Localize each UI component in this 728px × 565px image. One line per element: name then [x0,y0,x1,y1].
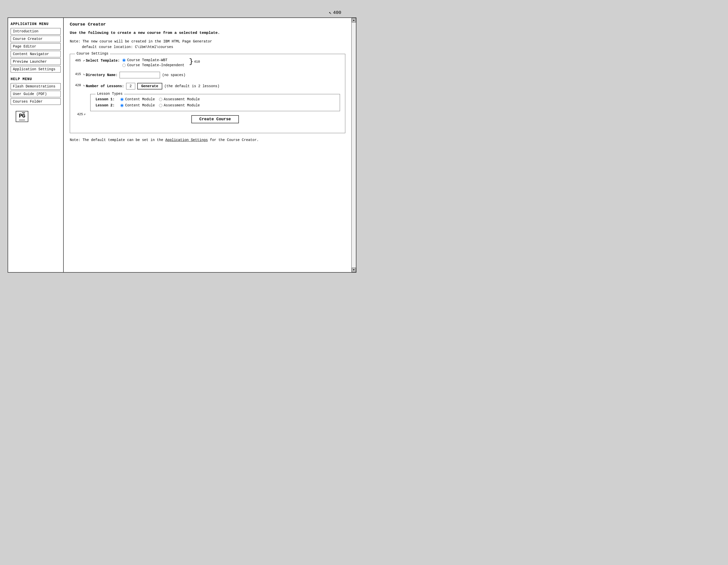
sidebar-item-content-navigator[interactable]: Content Navigator [11,51,61,57]
arrow-icon: ↗ [329,10,332,15]
create-course-row: Create Course [90,115,340,123]
course-settings-legend: Course Settings [75,52,110,56]
ref-410: 410 [194,60,200,64]
sidebar-item-course-creator[interactable]: Course Creator [11,36,61,42]
ref-415: 415 ↘ [75,72,85,76]
directory-section: Directory Name: (no spaces) [86,72,185,78]
radio-wbt[interactable] [122,59,126,62]
sidebar-item-application-settings[interactable]: Application Settings [11,66,61,73]
radio-lesson2-content[interactable] [120,104,124,107]
sidebar-item-user-guide[interactable]: User Guide (PDF) [11,91,61,97]
lesson-1-assessment-label: Assessment Module [164,97,200,101]
lesson-2-content-option[interactable]: Content Module [120,103,155,107]
page-generator-icon: PG [16,111,28,122]
lesson-1-content-option[interactable]: Content Module [120,97,155,101]
lessons-number-row: 420 ↘ Number of Lessons: Generate (the d… [75,83,340,90]
radio-lesson1-assessment[interactable] [159,98,162,101]
lessons-label: Number of Lessons: [86,84,124,88]
scroll-track [352,23,356,268]
app-menu-title: APPLICATION MENU [11,22,61,26]
lesson-2-name: Lesson 2: [96,103,118,107]
lesson-1-row: Lesson 1: Content Module Assessment Modu… [96,97,335,101]
ref-410-container: } 410 [189,58,200,65]
note1-indent: default course location: C\ibm\html\cour… [82,45,173,49]
template-independent-label: Course Template–Independent [127,63,185,67]
bottom-note-prefix: Note: [70,138,80,142]
lesson-1-assessment-option[interactable]: Assessment Module [159,97,200,101]
sidebar: APPLICATION MENU Introduction Course Cre… [8,18,64,272]
scrollbar: ▲ ▼ [351,18,356,272]
lesson-2-assessment-option[interactable]: Assessment Module [159,103,200,107]
lesson-1-name: Lesson 1: [96,97,118,101]
radio-independent[interactable] [122,64,126,67]
lessons-section: Number of Lessons: Generate (the default… [86,83,219,90]
lesson-1-content-label: Content Module [125,97,155,101]
diagram-label-400: ↗ 400 [329,10,341,15]
template-option-wbt[interactable]: Course Template–WBT [122,58,185,62]
brace-icon: } [189,58,193,65]
ref-425-label: 425 ↗ [77,112,85,116]
note1-text: The new course will be created in the IB… [82,39,212,43]
radio-lesson1-content[interactable] [120,98,124,101]
template-radio-group: Course Template–WBT Course Template–Inde… [122,58,185,67]
ref-405: 405 ↗ [75,59,85,62]
template-option-independent[interactable]: Course Template–Independent [122,63,185,67]
directory-label: Directory Name: [86,73,118,77]
sidebar-item-flash-demos[interactable]: Flash Demonstrations [11,83,61,90]
ref-425-arrow: ↗ [83,112,85,116]
radio-lesson2-assessment[interactable] [159,104,162,107]
lessons-input[interactable] [126,83,135,90]
note1-prefix: Note: [70,39,80,43]
bottom-note: Note: The default template can be set in… [70,137,345,143]
note1: Note: The new course will be created in … [70,39,345,50]
instruction-text: Use the following to create a new course… [70,30,345,36]
bottom-note-text: The default template can be set in the [82,138,163,142]
sidebar-item-introduction[interactable]: Introduction [11,28,61,35]
main-content: Course Creator Use the following to crea… [64,18,351,272]
template-section: Select Template: Course Template–WBT Cou… [86,58,200,67]
template-wbt-label: Course Template–WBT [127,58,168,62]
lesson-types-legend: Lesson Types [96,92,124,96]
ref-420: 420 ↘ [75,83,85,87]
lesson-types-box: Lesson Types Lesson 1: Content Module As… [90,94,340,111]
default-lessons-note: (the default is 2 lessons) [164,84,219,88]
directory-row: 415 ↘ Directory Name: (no spaces) [75,72,340,78]
generate-button[interactable]: Generate [137,83,162,90]
main-container: APPLICATION MENU Introduction Course Cre… [8,17,356,273]
sidebar-item-courses-folder[interactable]: Courses Folder [11,98,61,105]
select-template-label: Select Template: [86,59,120,63]
lesson-2-content-label: Content Module [125,103,155,107]
directory-input[interactable] [120,72,160,78]
sidebar-item-preview-launcher[interactable]: Preview Launcher [11,58,61,65]
content-title: Course Creator [70,22,345,27]
no-spaces-note: (no spaces) [162,73,185,77]
sidebar-item-page-editor[interactable]: Page Editor [11,43,61,50]
application-settings-link[interactable]: Application Settings [165,138,208,142]
lesson-2-row: Lesson 2: Content Module Assessment Modu… [96,103,335,107]
template-row: 405 ↗ Select Template: Course Template–W… [75,58,340,67]
scroll-down-button[interactable]: ▼ [352,268,356,272]
help-menu-title: HELP MENU [11,77,61,81]
course-settings-box: Course Settings 405 ↗ Select Template: C… [70,54,345,133]
create-course-button[interactable]: Create Course [191,115,239,123]
label-400-text: 400 [333,10,341,15]
lesson-2-assessment-label: Assessment Module [164,103,200,107]
lesson-types-section: Lesson Types Lesson 1: Content Module As… [90,94,340,123]
scroll-up-button[interactable]: ▲ [352,18,356,23]
bottom-note-suffix: for the Course Creator. [210,138,259,142]
